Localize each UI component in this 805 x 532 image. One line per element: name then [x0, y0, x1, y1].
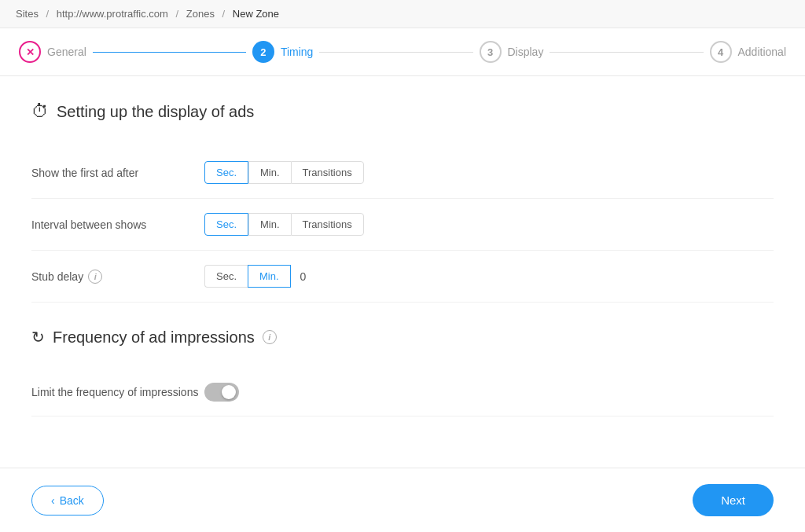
breadcrumb-sites: Sites — [16, 8, 39, 20]
stub-delay-min-button[interactable]: Min. — [248, 265, 291, 288]
step-additional[interactable]: 4 Additional — [710, 41, 787, 63]
stub-delay-row: Stub delay i Sec. Min. 0 — [31, 251, 774, 303]
main-content: ⏱ Setting up the display of ads Show the… — [0, 76, 805, 468]
frequency-heading: Frequency of ad impressions — [53, 328, 255, 347]
toggle-x-icon: ✕ — [228, 387, 235, 398]
breadcrumb-zones: Zones — [186, 8, 215, 20]
first-ad-transitions-button[interactable]: Transitions — [291, 161, 364, 184]
breadcrumb-site-url: http://www.protraffic.com — [57, 8, 168, 20]
clock-icon: ⏱ — [31, 101, 49, 122]
steps-bar: ✕ General 2 Timing 3 Display 4 Additi — [0, 28, 805, 76]
interval-transitions-button[interactable]: Transitions — [291, 213, 364, 236]
breadcrumb-current: New Zone — [233, 8, 279, 20]
interval-row: Interval between shows Sec. Min. Transit… — [31, 199, 774, 251]
first-ad-row: Show the first ad after Sec. Min. Transi… — [31, 147, 774, 199]
step-additional-label: Additional — [738, 46, 787, 58]
back-button[interactable]: ‹ Back — [31, 486, 104, 515]
stub-delay-label: Stub delay i — [31, 270, 204, 284]
first-ad-controls: Sec. Min. Transitions — [204, 161, 364, 184]
interval-min-button[interactable]: Min. — [248, 213, 291, 236]
step-connector-2 — [319, 52, 472, 53]
step-timing-circle: 2 — [252, 41, 274, 63]
step-display-number: 3 — [487, 46, 493, 58]
step-general-x-icon: ✕ — [26, 46, 35, 58]
interval-controls: Sec. Min. Transitions — [204, 213, 364, 236]
breadcrumb: Sites / http://www.protraffic.com / Zone… — [0, 0, 805, 28]
frequency-help-icon[interactable]: i — [263, 330, 277, 344]
step-general-label: General — [47, 46, 86, 58]
interval-label: Interval between shows — [31, 218, 204, 231]
limit-frequency-label: Limit the frequency of impressions — [31, 386, 204, 398]
stub-delay-value: 0 — [300, 270, 307, 283]
limit-frequency-toggle[interactable]: ✕ — [204, 383, 239, 402]
next-label: Next — [721, 493, 745, 507]
frequency-section: ↻ Frequency of ad impressions i Limit th… — [31, 328, 774, 416]
step-additional-number: 4 — [718, 46, 723, 58]
stub-delay-controls: Sec. Min. 0 — [204, 265, 306, 288]
stub-delay-sec-button[interactable]: Sec. — [204, 265, 248, 288]
step-connector-1 — [93, 52, 246, 53]
stub-delay-help-icon[interactable]: i — [88, 270, 102, 284]
limit-frequency-row: Limit the frequency of impressions ✕ — [31, 369, 774, 416]
next-button[interactable]: Next — [693, 484, 774, 516]
step-display-label: Display — [508, 46, 544, 58]
frequency-title: ↻ Frequency of ad impressions i — [31, 328, 774, 347]
first-ad-sec-button[interactable]: Sec. — [204, 161, 248, 184]
step-connector-3 — [550, 52, 703, 53]
back-label: Back — [60, 494, 84, 507]
footer: ‹ Back Next — [0, 468, 805, 532]
step-display[interactable]: 3 Display — [480, 41, 544, 63]
first-ad-label: Show the first ad after — [31, 167, 204, 179]
limit-frequency-toggle-wrapper: ✕ — [204, 383, 239, 402]
display-section-title: ⏱ Setting up the display of ads — [31, 101, 774, 122]
first-ad-min-button[interactable]: Min. — [248, 161, 291, 184]
display-section-heading: Setting up the display of ads — [57, 103, 254, 121]
interval-sec-button[interactable]: Sec. — [204, 213, 248, 236]
step-display-circle: 3 — [480, 41, 502, 63]
step-general-circle: ✕ — [19, 41, 41, 63]
step-timing-label: Timing — [281, 46, 314, 58]
back-chevron-icon: ‹ — [51, 494, 55, 507]
refresh-icon: ↻ — [31, 328, 45, 347]
step-timing[interactable]: 2 Timing — [252, 41, 314, 63]
step-additional-circle: 4 — [710, 41, 732, 63]
step-timing-number: 2 — [260, 46, 266, 58]
step-general[interactable]: ✕ General — [19, 41, 86, 63]
